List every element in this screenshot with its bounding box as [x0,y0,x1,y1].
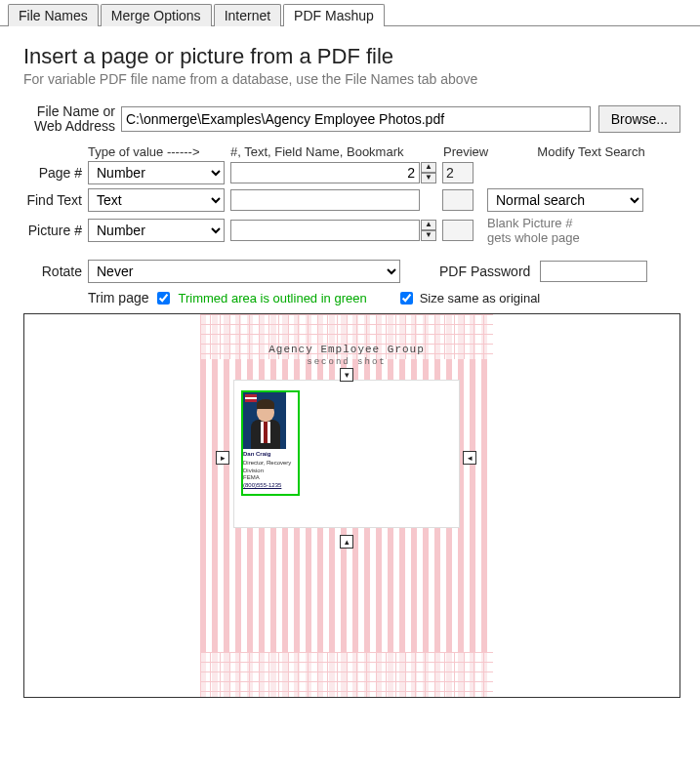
picture-spin-up-icon[interactable]: ▲ [421,220,436,230]
file-name-label-2: Web Address [23,119,115,134]
find-value-input[interactable] [230,189,420,211]
rotate-select[interactable]: Never [88,260,400,283]
picture-label: Picture # [23,223,88,238]
tab-internet[interactable]: Internet [214,4,281,26]
doc-subtitle: second shot [200,357,493,367]
header-num-text: #, Text, Field Name, Bookmark [230,144,443,159]
tab-file-names[interactable]: File Names [8,4,99,26]
find-type-select[interactable]: Text [88,188,225,212]
employee-photo [243,392,286,449]
picture-type-select[interactable]: Number [88,219,225,242]
doc-title: Agency Employee Group [200,344,493,355]
page-spinner[interactable]: ▲ ▼ [421,162,436,183]
pdf-page-border-bottom [200,652,493,697]
page-spin-up-icon[interactable]: ▲ [421,162,436,173]
file-name-row: File Name or Web Address Browse... [23,104,680,135]
employee-name: Dan Craig [243,451,302,459]
browse-button[interactable]: Browse... [598,105,680,133]
crop-handle-top-icon[interactable]: ▾ [340,368,353,382]
picture-hint-1: Blank Picture # [487,216,580,231]
picture-preview-box [442,220,474,241]
picture-hint-2: gets whole page [487,230,580,246]
page-title: Insert a page or picture from a PDF file [23,44,680,69]
picture-spin-down-icon[interactable]: ▼ [421,230,436,241]
page-value-input[interactable] [230,162,420,183]
employee-org: FEMA [243,474,302,482]
rotate-label: Rotate [23,264,88,279]
employee-phone: (800)555-1235 [243,482,302,490]
page-subtitle: For variable PDF file name from a databa… [23,71,680,87]
find-label: Find Text [23,192,88,208]
trim-note: Trimmed area is outlined in green [179,291,367,305]
picture-value-input[interactable] [230,220,420,241]
size-same-checkbox[interactable] [400,292,413,305]
employee-text: Dan Craig Director, Recovery Division FE… [243,451,302,490]
password-input[interactable] [540,261,647,282]
size-same-label: Size same as original [420,291,541,305]
header-modify-search: Modify Text Search [502,144,680,159]
page-type-select[interactable]: Number [88,161,225,184]
header-type-of-value: Type of value ------> [88,144,230,159]
tab-pdf-mashup[interactable]: PDF Mashup [283,4,385,26]
page-label: Page # [23,165,88,181]
trim-label: Trim page [88,290,153,305]
page-preview-box: 2 [442,162,474,183]
find-preview-box [442,189,474,211]
picture-spinner[interactable]: ▲ ▼ [421,220,436,241]
header-preview: Preview [443,144,502,159]
pdf-mashup-panel: Insert a page or picture from a PDF file… [0,25,700,717]
crop-handle-right-icon[interactable]: ◂ [463,451,476,465]
crop-handle-bottom-icon[interactable]: ▴ [340,535,353,549]
crop-handle-left-icon[interactable]: ▸ [216,451,229,465]
trim-checkbox[interactable] [157,292,170,305]
page-spin-down-icon[interactable]: ▼ [421,173,436,183]
employee-role: Director, Recovery Division [243,460,302,475]
password-label: PDF Password [439,264,536,279]
tab-merge-options[interactable]: Merge Options [101,4,212,26]
preview-area[interactable]: Agency Employee Group second shot Dan Cr… [23,313,680,698]
tab-strip: File Names Merge Options Internet PDF Ma… [0,0,700,26]
file-name-label-1: File Name or [23,104,115,119]
modify-search-select[interactable]: Normal search [487,188,643,212]
file-name-input[interactable] [121,106,591,132]
